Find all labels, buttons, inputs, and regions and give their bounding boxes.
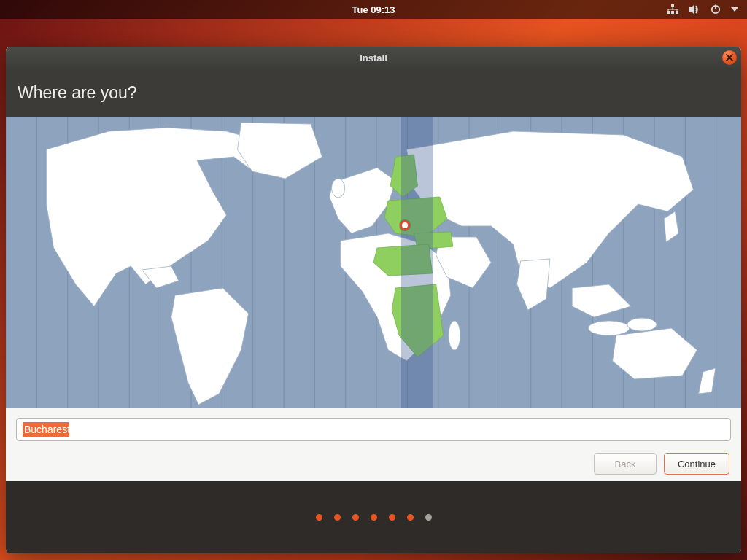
chevron-down-icon[interactable] [731,7,738,12]
power-icon[interactable] [711,4,721,15]
page-title: Where are you? [18,83,137,103]
svg-rect-2 [671,11,674,14]
volume-icon[interactable] [689,4,700,15]
progress-dot [334,514,341,521]
gnome-top-bar: Tue 09:13 [0,0,747,19]
svg-point-39 [449,321,460,350]
svg-rect-3 [676,11,678,14]
timezone-band-highlight [401,117,433,408]
svg-rect-7 [677,9,678,12]
progress-dot-current [425,514,432,521]
timezone-input-row: Bucharest [6,408,741,446]
back-button[interactable]: Back [594,453,657,475]
timezone-map[interactable] [6,117,741,408]
network-icon[interactable] [667,4,678,15]
svg-rect-5 [668,9,678,10]
svg-point-36 [588,321,629,335]
world-map-svg [6,117,741,408]
status-area[interactable] [667,0,738,19]
clock-label: Tue 09:13 [352,4,395,15]
window-titlebar[interactable]: Install [6,47,741,69]
close-icon [726,54,733,61]
svg-point-38 [332,179,345,198]
progress-dot [352,514,359,521]
svg-marker-11 [731,7,738,12]
timezone-input[interactable] [16,418,731,441]
location-pin [400,220,410,230]
progress-footer [6,481,741,553]
svg-marker-8 [689,4,694,15]
window-close-button[interactable] [722,50,737,65]
progress-dot [407,514,414,521]
progress-dot [389,514,395,521]
svg-rect-0 [671,4,674,7]
svg-rect-6 [668,9,669,12]
svg-rect-1 [667,11,670,14]
svg-point-37 [627,318,657,331]
page-header: Where are you? [6,69,741,117]
progress-dot [316,514,322,521]
window-title: Install [360,52,387,63]
continue-button[interactable]: Continue [664,453,729,475]
svg-rect-10 [715,5,716,9]
progress-dot [371,514,377,521]
installer-window: Install Where are you? [6,47,741,553]
